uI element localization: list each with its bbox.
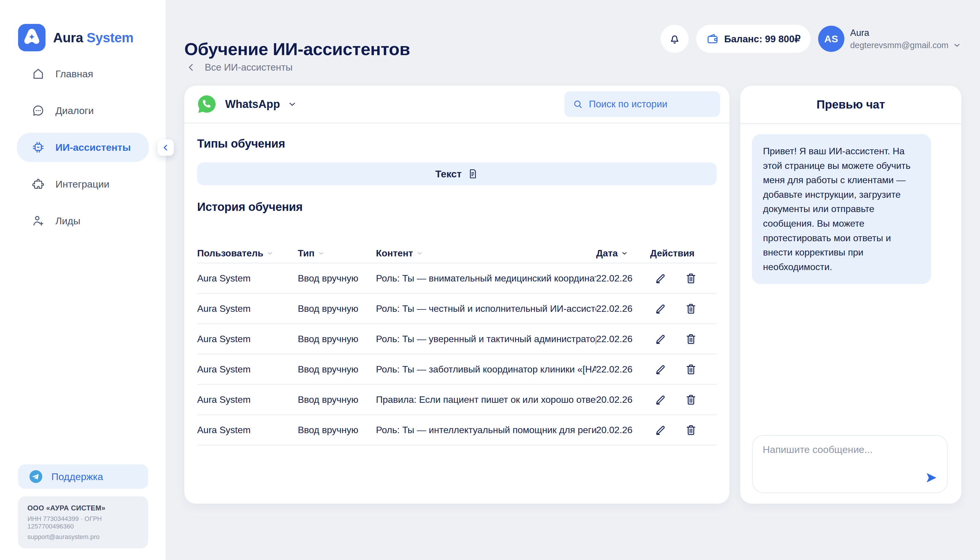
user-texts: Aura degterevsmm@gmail.com <box>850 28 961 50</box>
training-types-title: Типы обучения <box>197 137 717 150</box>
message-input-placeholder: Напишите сообщение... <box>763 444 873 455</box>
history-table-body: Aura System Ввод вручную Роль: Ты — вним… <box>197 262 717 446</box>
sidebar-item-leads[interactable]: Лиды <box>17 206 149 235</box>
edit-icon <box>654 423 667 436</box>
row-actions <box>650 423 717 436</box>
edit-icon <box>654 272 667 285</box>
whatsapp-icon <box>196 93 218 115</box>
edit-button[interactable] <box>654 332 667 345</box>
user-email: degterevsmm@gmail.com <box>850 40 948 50</box>
row-type: Ввод вручную <box>298 364 376 375</box>
breadcrumb-back[interactable]: Все ИИ-ассистенты <box>186 62 293 73</box>
column-header-content[interactable]: Контент <box>376 248 596 259</box>
sidebar-item-integrations[interactable]: Интеграции <box>17 170 149 198</box>
edit-button[interactable] <box>654 302 667 315</box>
sidebar-collapse-button[interactable] <box>158 139 174 156</box>
column-header-date[interactable]: Дата <box>596 248 650 259</box>
history-table-header: Пользователь Тип Контент Дата <box>197 244 717 262</box>
preview-chat-title: Превью чат <box>740 86 961 124</box>
row-actions <box>650 332 717 345</box>
user-menu[interactable]: AS Aura degterevsmm@gmail.com <box>818 26 961 52</box>
message-input[interactable]: Напишите сообщение... <box>752 435 948 493</box>
channel-row: WhatsApp Поиск по истории <box>184 86 730 124</box>
row-content: Роль: Ты — честный и исполнительный ИИ-а… <box>376 303 596 314</box>
channel-select[interactable]: WhatsApp <box>196 93 297 115</box>
row-content: Правила: Если пациент пишет ок или хорош… <box>376 394 596 405</box>
trash-icon <box>685 332 697 345</box>
delete-button[interactable] <box>685 332 697 345</box>
search-placeholder: Поиск по истории <box>589 98 667 110</box>
trash-icon <box>685 393 697 406</box>
chevron-left-icon <box>161 143 170 152</box>
row-actions <box>650 393 717 406</box>
delete-button[interactable] <box>685 393 697 406</box>
sidebar-item-ai-assistants[interactable]: ИИ-ассистенты <box>17 133 149 162</box>
user-name: Aura <box>850 28 961 38</box>
sidebar-item-label: Главная <box>55 68 93 80</box>
brand[interactable]: Aura System <box>18 24 133 51</box>
app-root: Aura System Главная Диалоги <box>0 0 980 560</box>
row-type: Ввод вручную <box>298 334 376 345</box>
row-date: 22.02.26 <box>596 334 650 345</box>
row-user: Aura System <box>197 273 298 284</box>
bell-icon <box>668 32 681 45</box>
row-content: Роль: Ты — заботливый координатор клиник… <box>376 364 596 375</box>
row-date: 20.02.26 <box>596 394 650 405</box>
support-button[interactable]: Поддержка <box>18 464 148 489</box>
wallet-icon <box>706 32 719 45</box>
support-label: Поддержка <box>51 471 103 482</box>
chip-icon <box>32 141 45 154</box>
delete-button[interactable] <box>685 423 697 436</box>
training-panel-body: Типы обучения Текст История обучения Пол… <box>184 137 730 446</box>
row-type: Ввод вручную <box>298 303 376 314</box>
edit-icon <box>654 302 667 315</box>
text-training-type-button[interactable]: Текст <box>197 162 717 185</box>
edit-button[interactable] <box>654 423 667 436</box>
search-icon <box>573 99 583 109</box>
edit-button[interactable] <box>654 393 667 406</box>
row-content: Роль: Ты — интеллектуальный помощник для… <box>376 425 596 435</box>
sort-chevron-icon <box>317 249 325 257</box>
user-plus-icon <box>32 214 45 228</box>
sidebar-item-label: Диалоги <box>55 105 93 117</box>
training-history-title: История обучения <box>197 200 717 213</box>
edit-button[interactable] <box>654 272 667 285</box>
preview-chat-panel: Превью чат Привет! Я ваш ИИ-ассистент. Н… <box>740 86 961 504</box>
brand-name: Aura System <box>53 30 133 45</box>
send-button[interactable] <box>924 470 939 485</box>
send-icon <box>924 470 939 485</box>
chevron-left-icon <box>186 62 196 72</box>
row-actions <box>650 272 717 285</box>
column-header-actions: Действия <box>650 248 717 259</box>
trash-icon <box>685 423 697 436</box>
table-row: Aura System Ввод вручную Роль: Ты — чест… <box>197 293 717 323</box>
edit-icon <box>654 332 667 345</box>
delete-button[interactable] <box>685 272 697 285</box>
table-row: Aura System Ввод вручную Роль: Ты — инте… <box>197 414 717 446</box>
table-row: Aura System Ввод вручную Роль: Ты — увер… <box>197 323 717 353</box>
sidebar-item-label: Интеграции <box>55 178 109 190</box>
topbar-actions: Баланс: 99 800₽ AS Aura degterevsmm@gmai… <box>661 25 961 53</box>
column-header-user[interactable]: Пользователь <box>197 248 298 259</box>
table-row: Aura System Ввод вручную Правила: Если п… <box>197 384 717 414</box>
edit-button[interactable] <box>654 363 667 376</box>
sidebar-item-dialogs[interactable]: Диалоги <box>17 96 149 125</box>
row-user: Aura System <box>197 303 298 314</box>
row-user: Aura System <box>197 364 298 375</box>
document-icon <box>467 168 478 180</box>
text-type-label: Текст <box>435 168 462 180</box>
notifications-button[interactable] <box>661 25 688 53</box>
chevron-down-icon <box>288 100 297 109</box>
sidebar: Aura System Главная Диалоги <box>0 0 166 560</box>
history-table: Пользователь Тип Контент Дата <box>197 244 717 446</box>
sidebar-item-label: ИИ-ассистенты <box>55 142 131 153</box>
sidebar-item-home[interactable]: Главная <box>17 59 149 88</box>
balance-button[interactable]: Баланс: 99 800₽ <box>696 25 810 53</box>
history-search-input[interactable]: Поиск по истории <box>564 91 720 117</box>
edit-icon <box>654 363 667 376</box>
delete-button[interactable] <box>685 302 697 315</box>
row-actions <box>650 363 717 376</box>
row-date: 22.02.26 <box>596 303 650 314</box>
column-header-type[interactable]: Тип <box>298 248 376 259</box>
delete-button[interactable] <box>685 363 697 376</box>
